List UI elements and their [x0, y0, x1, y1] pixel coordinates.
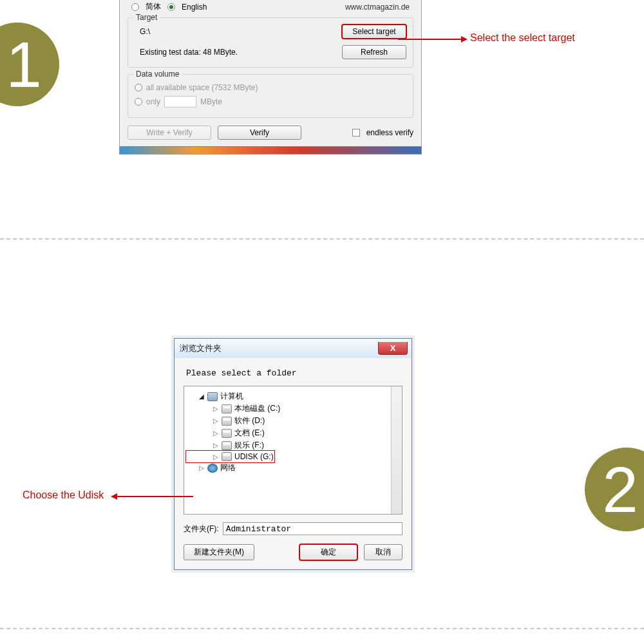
tree-label: 本地磁盘 (C:) — [234, 403, 280, 414]
endless-verify-label: endless verify — [366, 128, 413, 137]
only-label: only — [146, 97, 160, 106]
section-divider — [0, 628, 644, 629]
step-1-number: 1 — [6, 28, 42, 102]
tree-drive-e[interactable]: ▷ 文档 (E:) — [187, 427, 399, 439]
browse-folder-dialog: 浏览文件夹 X Please select a folder ◢ 计算机 ▷ 本… — [174, 338, 412, 570]
tree-drive-f[interactable]: ▷ 娱乐 (F:) — [187, 439, 399, 451]
annotation-text: Select the select target — [470, 32, 575, 44]
write-verify-button[interactable]: Write + Verify — [128, 126, 211, 140]
h2testw-dialog: 简体 English www.ctmagazin.de Target G:\ S… — [119, 0, 422, 155]
computer-icon — [207, 392, 218, 401]
target-path: G:\ — [135, 24, 153, 39]
folder-name-input[interactable]: Administrator — [223, 522, 402, 535]
verify-button[interactable]: Verify — [218, 126, 301, 140]
all-space-label: all available space (7532 MByte) — [146, 83, 258, 92]
close-icon: X — [390, 343, 396, 353]
tree-drive-c[interactable]: ▷ 本地磁盘 (C:) — [187, 402, 399, 415]
expand-icon[interactable]: ▷ — [213, 417, 219, 424]
drive-icon — [222, 441, 232, 450]
lang-simplified-label: 简体 — [146, 1, 161, 12]
close-button[interactable]: X — [378, 342, 408, 355]
step-2-number: 2 — [602, 453, 638, 527]
tree-computer[interactable]: ◢ 计算机 — [187, 390, 399, 402]
tree-network[interactable]: ▷ 网络 — [187, 462, 399, 474]
network-icon — [207, 464, 218, 473]
new-folder-button[interactable]: 新建文件夹(M) — [184, 544, 254, 560]
website-url: www.ctmagazin.de — [345, 3, 410, 12]
expand-icon[interactable]: ▷ — [213, 453, 219, 460]
expand-icon[interactable]: ▷ — [198, 464, 205, 471]
annotation-arrow — [398, 39, 462, 40]
dialog-title: 浏览文件夹 — [180, 343, 222, 354]
cancel-button[interactable]: 取消 — [364, 544, 402, 560]
drive-icon — [222, 429, 232, 438]
annotation-text: Choose the Udisk — [23, 489, 104, 501]
dialog-prompt: Please select a folder — [184, 365, 402, 386]
expand-icon[interactable]: ▷ — [213, 442, 219, 449]
drive-icon — [222, 404, 232, 413]
section-divider — [0, 238, 644, 240]
tree-drive-d[interactable]: ▷ 软件 (D:) — [187, 415, 399, 427]
mbyte-label: MByte — [200, 97, 222, 106]
dialog-titlebar[interactable]: 浏览文件夹 X — [175, 339, 412, 358]
step-2-badge: 2 — [585, 448, 644, 531]
existing-test-data: Existing test data: 48 MByte. — [135, 48, 238, 57]
data-volume-group: Data volume all available space (7532 MB… — [128, 74, 413, 118]
tree-label: 文档 (E:) — [234, 428, 265, 439]
expand-icon[interactable]: ▷ — [213, 430, 219, 437]
tree-label: 软件 (D:) — [234, 415, 265, 426]
lang-english-radio[interactable] — [167, 3, 175, 11]
expand-icon[interactable]: ▷ — [213, 405, 219, 412]
tree-label: 网络 — [220, 462, 236, 473]
taskbar-edge — [120, 146, 421, 154]
ok-button[interactable]: 确定 — [299, 544, 357, 560]
drive-icon — [222, 417, 232, 426]
annotation-arrow — [116, 496, 193, 497]
expand-icon[interactable]: ◢ — [198, 393, 205, 400]
drive-icon — [222, 452, 232, 461]
only-radio[interactable] — [135, 98, 142, 106]
refresh-button[interactable]: Refresh — [342, 45, 406, 59]
endless-verify-checkbox[interactable] — [352, 129, 360, 137]
tree-drive-g-udisk[interactable]: ▷ UDISK (G:) — [187, 451, 274, 462]
target-group: Target G:\ Select target Existing test d… — [128, 17, 413, 68]
tree-label: 计算机 — [220, 391, 243, 402]
tree-label: UDISK (G:) — [234, 452, 274, 461]
tree-label: 娱乐 (F:) — [234, 440, 264, 451]
select-target-button[interactable]: Select target — [342, 24, 406, 39]
lang-english-label: English — [182, 3, 207, 12]
step-1-badge: 1 — [0, 23, 59, 106]
all-space-radio[interactable] — [135, 84, 142, 91]
folder-field-label: 文件夹(F): — [184, 524, 219, 535]
data-volume-title: Data volume — [133, 70, 182, 79]
only-mbyte-input[interactable] — [164, 96, 196, 108]
target-group-title: Target — [133, 13, 160, 22]
folder-tree[interactable]: ◢ 计算机 ▷ 本地磁盘 (C:) ▷ 软件 (D:) ▷ 文档 (E:) ▷ — [184, 386, 402, 515]
lang-simplified-radio[interactable] — [131, 3, 139, 11]
